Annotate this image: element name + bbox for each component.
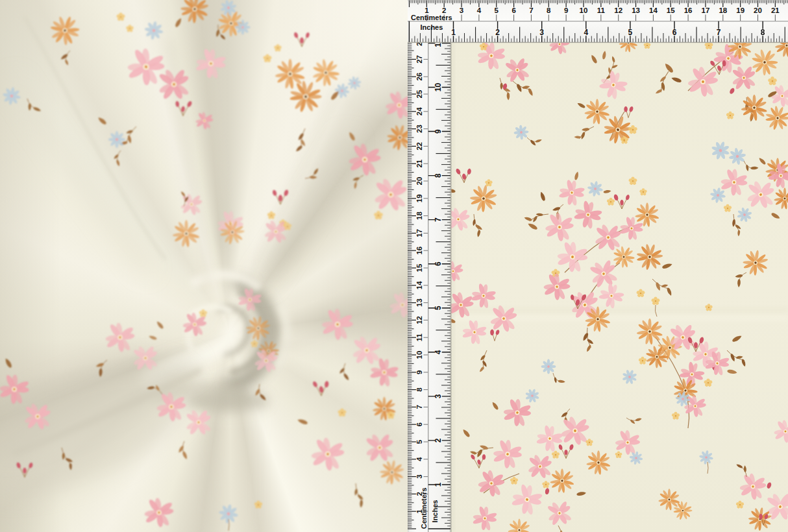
- svg-text:17: 17: [702, 6, 710, 14]
- svg-text:21: 21: [771, 6, 780, 14]
- svg-text:Inches: Inches: [421, 23, 443, 31]
- svg-text:13: 13: [415, 298, 423, 307]
- svg-text:18: 18: [719, 6, 727, 14]
- svg-text:1: 1: [434, 482, 443, 487]
- svg-text:20: 20: [754, 6, 762, 14]
- svg-text:12: 12: [415, 316, 423, 324]
- svg-text:9: 9: [434, 129, 443, 134]
- svg-text:25: 25: [415, 90, 423, 98]
- svg-text:5: 5: [415, 439, 423, 444]
- svg-text:3: 3: [415, 474, 423, 478]
- svg-text:15: 15: [667, 6, 675, 14]
- svg-text:5: 5: [628, 28, 633, 37]
- svg-text:22: 22: [415, 142, 423, 151]
- svg-text:14: 14: [649, 6, 658, 14]
- svg-text:21: 21: [415, 159, 423, 167]
- svg-text:10: 10: [415, 351, 423, 359]
- svg-text:4: 4: [415, 457, 423, 461]
- svg-text:3: 3: [460, 6, 463, 14]
- svg-text:6: 6: [415, 422, 423, 426]
- svg-text:8: 8: [415, 387, 423, 392]
- svg-text:15: 15: [415, 263, 423, 272]
- svg-text:19: 19: [736, 6, 745, 14]
- svg-text:23: 23: [415, 125, 423, 133]
- svg-text:5: 5: [434, 306, 443, 310]
- svg-text:6: 6: [511, 6, 515, 14]
- svg-text:19: 19: [415, 194, 423, 202]
- svg-text:12: 12: [614, 6, 622, 14]
- svg-text:8: 8: [434, 173, 443, 178]
- svg-text:9: 9: [564, 6, 568, 14]
- svg-text:2: 2: [495, 28, 500, 37]
- svg-text:2: 2: [434, 438, 443, 442]
- svg-text:11: 11: [597, 6, 606, 14]
- svg-text:7: 7: [529, 6, 533, 14]
- svg-text:14: 14: [415, 281, 423, 289]
- svg-text:7: 7: [434, 217, 443, 222]
- svg-text:17: 17: [415, 229, 423, 237]
- svg-text:18: 18: [415, 212, 423, 220]
- svg-text:10: 10: [434, 83, 443, 92]
- svg-text:6: 6: [434, 261, 443, 266]
- svg-text:10: 10: [580, 6, 588, 14]
- svg-text:3: 3: [539, 28, 544, 37]
- svg-text:27: 27: [415, 55, 423, 64]
- svg-text:Centimeters: Centimeters: [420, 488, 428, 529]
- svg-text:6: 6: [672, 28, 677, 37]
- svg-text:5: 5: [495, 6, 499, 14]
- svg-text:8: 8: [547, 6, 551, 14]
- svg-text:Inches: Inches: [431, 500, 439, 523]
- svg-text:24: 24: [415, 107, 423, 115]
- svg-text:11: 11: [415, 333, 423, 342]
- svg-text:26: 26: [415, 73, 423, 81]
- svg-text:1: 1: [451, 28, 456, 37]
- svg-text:4: 4: [477, 6, 482, 14]
- svg-text:4: 4: [434, 350, 443, 354]
- svg-text:16: 16: [415, 247, 423, 255]
- svg-text:8: 8: [761, 28, 765, 37]
- svg-text:13: 13: [632, 6, 640, 14]
- svg-text:7: 7: [415, 405, 423, 409]
- svg-text:16: 16: [684, 6, 693, 14]
- svg-text:4: 4: [584, 28, 588, 37]
- svg-text:20: 20: [415, 177, 423, 186]
- svg-text:7: 7: [717, 28, 721, 37]
- svg-text:9: 9: [415, 370, 423, 374]
- svg-text:3: 3: [434, 394, 443, 398]
- svg-text:Centimeters: Centimeters: [411, 14, 452, 21]
